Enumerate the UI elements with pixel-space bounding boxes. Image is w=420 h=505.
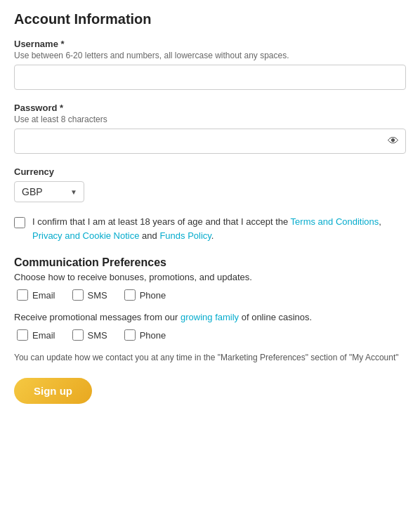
password-input[interactable] — [14, 129, 406, 154]
comm-pref-title: Communication Preferences — [14, 256, 406, 269]
phone-option-1[interactable]: Phone — [124, 289, 166, 301]
currency-label: Currency — [14, 166, 406, 177]
terms-link[interactable]: Terms and Conditions — [291, 216, 379, 227]
phone-label-1: Phone — [140, 290, 166, 301]
terms-text: I confirm that I am at least 18 years of… — [32, 215, 406, 242]
signup-button[interactable]: Sign up — [14, 378, 92, 404]
terms-comma: , — [379, 216, 381, 227]
currency-group: Currency GBP USD EUR — [14, 166, 406, 202]
sms-option-2[interactable]: SMS — [72, 329, 107, 341]
username-group: Username * Use between 6-20 letters and … — [14, 39, 406, 90]
email-option-2[interactable]: Email — [17, 329, 55, 341]
email-option-1[interactable]: Email — [17, 289, 55, 301]
terms-and: and — [139, 230, 159, 241]
phone-checkbox-2[interactable] — [124, 329, 136, 341]
username-input[interactable] — [14, 65, 406, 90]
sms-checkbox-1[interactable] — [72, 289, 84, 301]
account-info-title: Account Information — [14, 11, 406, 27]
email-checkbox-1[interactable] — [17, 289, 28, 301]
email-checkbox-2[interactable] — [17, 329, 28, 341]
marketing-note: You can update how we contact you at any… — [14, 352, 406, 364]
terms-section: I confirm that I am at least 18 years of… — [14, 215, 406, 242]
username-hint: Use between 6-20 letters and numbers, al… — [14, 51, 406, 60]
terms-period: . — [211, 230, 214, 241]
phone-checkbox-1[interactable] — [124, 289, 136, 301]
sms-label-1: SMS — [88, 290, 107, 301]
currency-wrapper: GBP USD EUR — [14, 181, 84, 202]
promo-suffix: of online casinos. — [239, 312, 312, 322]
phone-option-2[interactable]: Phone — [124, 329, 166, 341]
eye-icon[interactable]: 👁 — [388, 135, 399, 147]
promo-text: Receive promotional messages from our gr… — [14, 312, 406, 322]
username-label: Username * — [14, 39, 406, 49]
email-label-2: Email — [32, 330, 55, 341]
password-label: Password * — [14, 103, 406, 113]
password-hint: Use at least 8 characters — [14, 114, 406, 124]
funds-link[interactable]: Funds Policy — [159, 230, 211, 241]
password-group: Password * Use at least 8 characters 👁 — [14, 103, 406, 154]
comm-options-2: Email SMS Phone — [17, 329, 406, 341]
terms-row: I confirm that I am at least 18 years of… — [14, 215, 406, 242]
growing-family-link[interactable]: growing family — [181, 312, 239, 322]
currency-select[interactable]: GBP USD EUR — [14, 181, 84, 202]
terms-checkbox[interactable] — [14, 217, 25, 228]
password-wrapper: 👁 — [14, 129, 406, 154]
comm-hint: Choose how to receive bonuses, promotion… — [14, 272, 406, 282]
sms-option-1[interactable]: SMS — [72, 289, 107, 301]
sms-checkbox-2[interactable] — [72, 329, 84, 341]
terms-prefix: I confirm that I am at least 18 years of… — [32, 216, 291, 227]
privacy-link[interactable]: Privacy and Cookie Notice — [32, 230, 139, 241]
comm-section: Communication Preferences Choose how to … — [14, 256, 406, 364]
phone-label-2: Phone — [140, 330, 166, 341]
comm-options-1: Email SMS Phone — [17, 289, 406, 301]
sms-label-2: SMS — [88, 330, 107, 341]
promo-prefix: Receive promotional messages from our — [14, 312, 181, 322]
email-label-1: Email — [32, 290, 55, 301]
